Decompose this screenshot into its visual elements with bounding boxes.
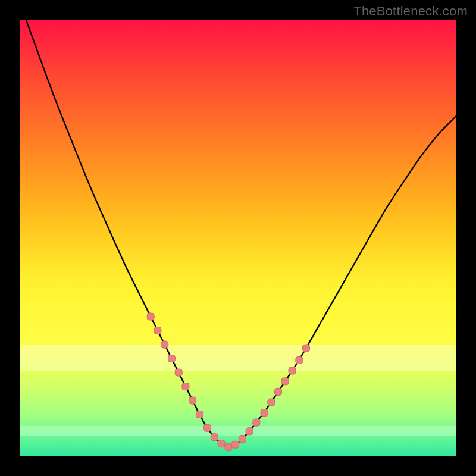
curve-marker [246, 428, 253, 435]
watermark-text: TheBottleneck.com [353, 4, 468, 19]
curve-marker [196, 411, 203, 418]
curve-marker [175, 369, 182, 376]
curve-marker [281, 378, 289, 385]
bottleneck-markers-group [147, 313, 309, 451]
curve-marker [218, 440, 225, 447]
curve-marker [232, 441, 239, 448]
chart-frame: TheBottleneck.com [0, 0, 476, 476]
curve-marker [204, 424, 211, 431]
curve-marker [261, 409, 268, 416]
curve-marker [182, 383, 189, 390]
curve-marker [268, 399, 275, 406]
curve-marker [239, 436, 246, 443]
curve-marker [225, 444, 232, 451]
curve-marker [253, 419, 260, 426]
bottleneck-curve-svg [20, 20, 456, 456]
bottleneck-curve-path [20, 20, 456, 447]
plot-area [20, 20, 456, 456]
curve-marker [296, 357, 303, 364]
curve-marker [147, 313, 154, 320]
curve-marker [189, 397, 196, 404]
curve-marker [154, 327, 161, 334]
curve-marker [289, 367, 296, 374]
curve-marker [161, 341, 168, 348]
curve-marker [275, 388, 282, 395]
curve-marker [303, 345, 310, 352]
curve-marker [168, 355, 175, 362]
curve-marker [211, 434, 218, 441]
